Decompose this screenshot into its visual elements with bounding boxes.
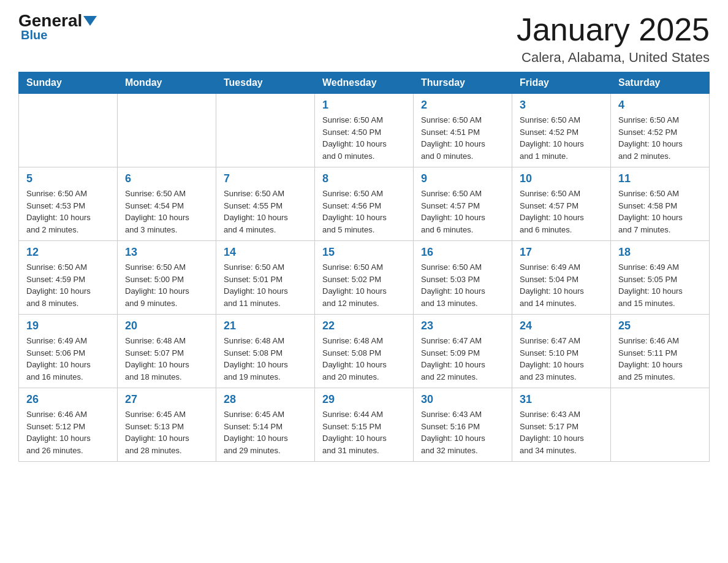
day-info: Sunrise: 6:49 AM Sunset: 5:04 PM Dayligh… [520,261,603,309]
page-header: General Blue January 2025 Calera, Alabam… [18,12,710,66]
calendar-cell: 18Sunrise: 6:49 AM Sunset: 5:05 PM Dayli… [611,241,710,315]
day-info: Sunrise: 6:50 AM Sunset: 5:03 PM Dayligh… [421,261,504,309]
calendar-cell: 25Sunrise: 6:46 AM Sunset: 5:11 PM Dayli… [611,315,710,388]
calendar-cell: 31Sunrise: 6:43 AM Sunset: 5:17 PM Dayli… [512,388,611,462]
day-number: 4 [618,99,702,112]
day-number: 11 [618,172,702,185]
day-number: 14 [224,246,307,259]
calendar-cell: 16Sunrise: 6:50 AM Sunset: 5:03 PM Dayli… [414,241,512,315]
calendar-cell: 22Sunrise: 6:48 AM Sunset: 5:08 PM Dayli… [315,315,414,388]
day-info: Sunrise: 6:48 AM Sunset: 5:08 PM Dayligh… [322,335,406,383]
calendar-week-row: 1Sunrise: 6:50 AM Sunset: 4:50 PM Daylig… [19,94,710,167]
calendar-cell: 15Sunrise: 6:50 AM Sunset: 5:02 PM Dayli… [315,241,414,315]
day-number: 25 [618,320,702,332]
page-title: January 2025 [517,12,710,47]
day-number: 28 [224,393,307,406]
calendar-cell: 30Sunrise: 6:43 AM Sunset: 5:16 PM Dayli… [414,388,512,462]
calendar-cell: 17Sunrise: 6:49 AM Sunset: 5:04 PM Dayli… [512,241,611,315]
calendar-cell: 2Sunrise: 6:50 AM Sunset: 4:51 PM Daylig… [414,94,512,167]
calendar-cell: 26Sunrise: 6:46 AM Sunset: 5:12 PM Dayli… [19,388,118,462]
svg-marker-0 [83,16,97,26]
day-number: 2 [421,99,504,112]
day-number: 12 [26,246,110,259]
calendar-week-row: 19Sunrise: 6:49 AM Sunset: 5:06 PM Dayli… [19,315,710,388]
day-number: 26 [26,393,110,406]
calendar-cell: 29Sunrise: 6:44 AM Sunset: 5:15 PM Dayli… [315,388,414,462]
calendar-cell [19,94,118,167]
calendar-cell: 5Sunrise: 6:50 AM Sunset: 4:53 PM Daylig… [19,167,118,241]
day-info: Sunrise: 6:49 AM Sunset: 5:05 PM Dayligh… [618,261,702,309]
calendar-cell: 12Sunrise: 6:50 AM Sunset: 4:59 PM Dayli… [19,241,118,315]
calendar-cell: 14Sunrise: 6:50 AM Sunset: 5:01 PM Dayli… [216,241,315,315]
day-info: Sunrise: 6:50 AM Sunset: 4:53 PM Dayligh… [26,188,110,236]
day-number: 30 [421,393,504,406]
day-info: Sunrise: 6:48 AM Sunset: 5:07 PM Dayligh… [125,335,208,383]
calendar-cell [118,94,216,167]
day-info: Sunrise: 6:50 AM Sunset: 5:01 PM Dayligh… [224,261,307,309]
day-number: 3 [520,99,603,112]
day-info: Sunrise: 6:43 AM Sunset: 5:17 PM Dayligh… [520,408,603,456]
day-number: 27 [125,393,208,406]
day-info: Sunrise: 6:50 AM Sunset: 4:59 PM Dayligh… [26,261,110,309]
day-info: Sunrise: 6:44 AM Sunset: 5:15 PM Dayligh… [322,408,406,456]
day-number: 31 [520,393,603,406]
weekday-header-saturday: Saturday [611,72,710,94]
day-number: 5 [26,172,110,185]
day-number: 20 [125,320,208,332]
calendar-cell: 27Sunrise: 6:45 AM Sunset: 5:13 PM Dayli… [118,388,216,462]
calendar-cell: 6Sunrise: 6:50 AM Sunset: 4:54 PM Daylig… [118,167,216,241]
calendar-cell: 8Sunrise: 6:50 AM Sunset: 4:56 PM Daylig… [315,167,414,241]
day-number: 24 [520,320,603,332]
calendar: SundayMondayTuesdayWednesdayThursdayFrid… [18,72,710,462]
calendar-cell: 3Sunrise: 6:50 AM Sunset: 4:52 PM Daylig… [512,94,611,167]
calendar-cell: 23Sunrise: 6:47 AM Sunset: 5:09 PM Dayli… [414,315,512,388]
day-number: 1 [322,99,406,112]
weekday-header-sunday: Sunday [19,72,118,94]
calendar-cell: 21Sunrise: 6:48 AM Sunset: 5:08 PM Dayli… [216,315,315,388]
day-info: Sunrise: 6:50 AM Sunset: 4:57 PM Dayligh… [421,188,504,236]
day-number: 22 [322,320,406,332]
day-number: 13 [125,246,208,259]
weekday-header-tuesday: Tuesday [216,72,315,94]
calendar-cell: 11Sunrise: 6:50 AM Sunset: 4:58 PM Dayli… [611,167,710,241]
day-number: 9 [421,172,504,185]
calendar-week-row: 5Sunrise: 6:50 AM Sunset: 4:53 PM Daylig… [19,167,710,241]
weekday-header-friday: Friday [512,72,611,94]
day-info: Sunrise: 6:50 AM Sunset: 4:52 PM Dayligh… [520,114,603,162]
weekday-header-wednesday: Wednesday [315,72,414,94]
day-number: 7 [224,172,307,185]
day-number: 17 [520,246,603,259]
day-info: Sunrise: 6:50 AM Sunset: 4:52 PM Dayligh… [618,114,702,162]
calendar-week-row: 26Sunrise: 6:46 AM Sunset: 5:12 PM Dayli… [19,388,710,462]
day-number: 8 [322,172,406,185]
calendar-cell [216,94,315,167]
calendar-cell: 7Sunrise: 6:50 AM Sunset: 4:55 PM Daylig… [216,167,315,241]
logo-text: General [18,12,97,29]
day-info: Sunrise: 6:50 AM Sunset: 4:54 PM Dayligh… [125,188,208,236]
day-info: Sunrise: 6:49 AM Sunset: 5:06 PM Dayligh… [26,335,110,383]
day-number: 15 [322,246,406,259]
day-info: Sunrise: 6:45 AM Sunset: 5:13 PM Dayligh… [125,408,208,456]
weekday-header-thursday: Thursday [414,72,512,94]
day-info: Sunrise: 6:46 AM Sunset: 5:12 PM Dayligh… [26,408,110,456]
day-info: Sunrise: 6:50 AM Sunset: 5:00 PM Dayligh… [125,261,208,309]
weekday-header-monday: Monday [118,72,216,94]
subtitle: Calera, Alabama, United States [517,50,710,66]
day-info: Sunrise: 6:43 AM Sunset: 5:16 PM Dayligh… [421,408,504,456]
logo-blue-text: Blue [18,28,47,42]
day-info: Sunrise: 6:50 AM Sunset: 4:50 PM Dayligh… [322,114,406,162]
calendar-cell: 13Sunrise: 6:50 AM Sunset: 5:00 PM Dayli… [118,241,216,315]
calendar-header-row: SundayMondayTuesdayWednesdayThursdayFrid… [19,72,710,94]
day-info: Sunrise: 6:50 AM Sunset: 4:56 PM Dayligh… [322,188,406,236]
day-info: Sunrise: 6:47 AM Sunset: 5:10 PM Dayligh… [520,335,603,383]
day-number: 16 [421,246,504,259]
calendar-cell: 4Sunrise: 6:50 AM Sunset: 4:52 PM Daylig… [611,94,710,167]
calendar-week-row: 12Sunrise: 6:50 AM Sunset: 4:59 PM Dayli… [19,241,710,315]
day-info: Sunrise: 6:50 AM Sunset: 4:51 PM Dayligh… [421,114,504,162]
day-number: 18 [618,246,702,259]
day-info: Sunrise: 6:47 AM Sunset: 5:09 PM Dayligh… [421,335,504,383]
day-info: Sunrise: 6:45 AM Sunset: 5:14 PM Dayligh… [224,408,307,456]
calendar-cell: 1Sunrise: 6:50 AM Sunset: 4:50 PM Daylig… [315,94,414,167]
day-number: 21 [224,320,307,332]
day-info: Sunrise: 6:50 AM Sunset: 4:55 PM Dayligh… [224,188,307,236]
